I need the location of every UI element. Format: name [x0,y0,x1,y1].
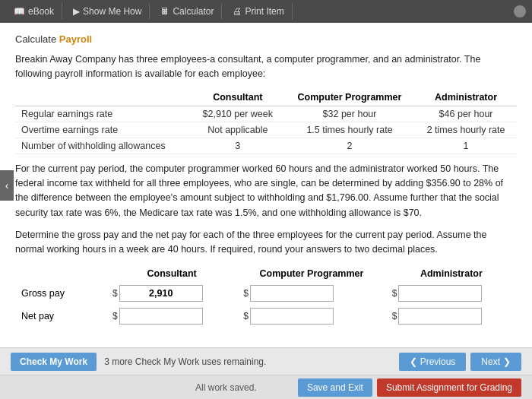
main-content: ‹ Calculate Payroll Breakin Away Company… [0,23,532,347]
calculator-icon: 🖩 [160,6,169,17]
net-pay-admin-input[interactable] [398,308,482,325]
nav-ebook-label: eBook [28,6,54,17]
submit-button[interactable]: Submit Assignment for Grading [377,378,521,397]
top-navigation: 📖 eBook ▶ Show Me How 🖩 Calculator 🖨 Pri… [0,0,532,23]
save-exit-button[interactable]: Save and Exit [298,378,372,397]
row-admin-earnings: $46 per hour [415,106,517,122]
description-text: Breakin Away Company has three employees… [15,52,517,81]
dollar-sign-2: $ [243,288,249,299]
bottom-bar: Check My Work 3 more Check My Work uses … [0,347,532,375]
gross-pay-admin-input[interactable] [398,285,482,302]
dollar-sign-1: $ [112,288,118,299]
nav-print-item[interactable]: 🖨 Print Item [225,3,292,20]
input-section: Consultant Computer Programmer Administr… [15,265,517,328]
net-pay-admin-cell: $ [386,305,517,328]
nav-show-me-how-label: Show Me How [83,6,141,17]
net-pay-row: Net pay $ $ [15,305,517,328]
row-label-withholding: Number of withholding allowances [15,138,192,154]
very-bottom-bar: All work saved. Save and Exit Submit Ass… [0,375,532,399]
net-pay-programmer-cell: $ [237,305,385,328]
dollar-sign-5: $ [243,311,249,321]
previous-button[interactable]: ❮ Previous [399,353,467,371]
table-row: Number of withholding allowances 3 2 1 [15,138,517,154]
net-pay-label: Net pay [15,305,106,328]
page-title: Calculate Payroll [15,33,517,45]
dollar-sign-4: $ [112,311,118,321]
paragraph-1: For the current pay period, the computer… [15,162,517,221]
gross-pay-programmer-cell: $ [237,282,385,305]
nav-ebook[interactable]: 📖 eBook [6,3,62,20]
gross-pay-programmer-input[interactable] [250,285,334,302]
table-row: Overtime earnings rate Not applicable 1.… [15,122,517,138]
all-saved-text: All work saved. [154,382,298,393]
row-programmer-earnings: $32 per hour [284,106,415,122]
nav-calculator[interactable]: 🖩 Calculator [153,3,222,20]
input-table: Consultant Computer Programmer Administr… [15,265,517,328]
col-header-consultant: Consultant [192,89,284,106]
gross-pay-admin-cell: $ [386,282,517,305]
row-consultant-earnings: $2,910 per week [192,106,284,122]
book-icon: 📖 [14,6,25,17]
row-consultant-overtime: Not applicable [192,122,284,138]
input-col-programmer: Computer Programmer [237,265,385,282]
nav-calculator-label: Calculator [173,6,214,17]
next-button[interactable]: Next ❯ [470,353,521,371]
bottom-right-nav: ❮ Previous Next ❯ [399,353,521,371]
nav-show-me-how[interactable]: ▶ Show Me How [65,3,150,20]
nav-print-item-label: Print Item [245,6,283,17]
printer-icon: 🖨 [233,6,242,17]
paragraph-2: Determine the gross pay and the net pay … [15,228,517,258]
row-admin-withholding: 1 [415,138,517,154]
check-work-remaining: 3 more Check My Work uses remaining. [104,356,266,367]
chevron-right-icon: ❯ [503,356,511,367]
info-table: Consultant Computer Programmer Administr… [15,89,517,154]
net-pay-consultant-input[interactable] [119,308,203,325]
table-row: Regular earnings rate $2,910 per week $3… [15,106,517,122]
row-label-overtime: Overtime earnings rate [15,122,192,138]
bottom-action-buttons: Save and Exit Submit Assignment for Grad… [298,378,521,397]
next-label: Next [481,356,500,367]
left-nav-arrow[interactable]: ‹ [0,170,14,201]
check-work-button[interactable]: Check My Work [11,353,97,371]
nav-profile-icon[interactable] [514,5,526,17]
dollar-sign-3: $ [392,288,397,299]
dollar-sign-6: $ [392,311,397,321]
gross-pay-row: Gross pay $ $ [15,282,517,305]
row-programmer-overtime: 1.5 times hourly rate [284,122,415,138]
chevron-left-icon: ❮ [410,356,417,367]
row-consultant-withholding: 3 [192,138,284,154]
row-programmer-withholding: 2 [284,138,415,154]
input-col-row-label [15,265,106,282]
col-header-administrator: Administrator [415,89,517,106]
input-col-consultant: Consultant [106,265,237,282]
gross-pay-label: Gross pay [15,282,106,305]
row-admin-overtime: 2 times hourly rate [415,122,517,138]
net-pay-programmer-input[interactable] [250,308,334,325]
col-header-row-label [15,89,192,106]
input-col-administrator: Administrator [386,265,517,282]
gross-pay-consultant-cell: $ [106,282,237,305]
net-pay-consultant-cell: $ [106,305,237,328]
video-icon: ▶ [73,6,80,17]
gross-pay-consultant-input[interactable] [119,285,203,302]
row-label-earnings: Regular earnings rate [15,106,192,122]
col-header-programmer: Computer Programmer [284,89,415,106]
previous-label: Previous [420,356,456,367]
